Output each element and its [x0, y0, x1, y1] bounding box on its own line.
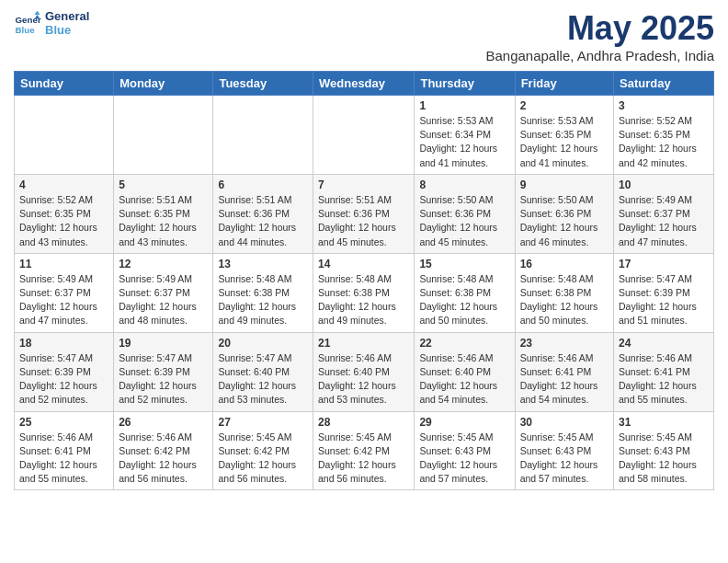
day-number: 10: [619, 178, 709, 191]
day-number: 1: [419, 99, 509, 112]
day-number: 8: [419, 178, 509, 191]
calendar-cell: 31Sunrise: 5:45 AMSunset: 6:43 PMDayligh…: [614, 411, 714, 490]
calendar-cell: 27Sunrise: 5:45 AMSunset: 6:42 PMDayligh…: [213, 411, 313, 490]
title-block: May 2025 Banganapalle, Andhra Pradesh, I…: [485, 9, 714, 63]
cell-details: Sunrise: 5:45 AMSunset: 6:43 PMDaylight:…: [619, 431, 709, 487]
calendar-cell: 5Sunrise: 5:51 AMSunset: 6:35 PMDaylight…: [114, 174, 213, 253]
logo: General Blue General Blue: [14, 9, 89, 37]
calendar-cell: 6Sunrise: 5:51 AMSunset: 6:36 PMDaylight…: [213, 174, 313, 253]
cell-details: Sunrise: 5:45 AMSunset: 6:43 PMDaylight:…: [419, 431, 509, 487]
day-number: 2: [520, 99, 609, 112]
cell-details: Sunrise: 5:51 AMSunset: 6:36 PMDaylight:…: [218, 193, 308, 249]
calendar-cell: 25Sunrise: 5:46 AMSunset: 6:41 PMDayligh…: [15, 411, 114, 490]
cell-details: Sunrise: 5:46 AMSunset: 6:41 PMDaylight:…: [619, 351, 709, 408]
day-number: 4: [19, 178, 108, 191]
calendar-cell: 28Sunrise: 5:45 AMSunset: 6:42 PMDayligh…: [313, 411, 415, 490]
cell-details: Sunrise: 5:47 AMSunset: 6:40 PMDaylight:…: [218, 351, 308, 408]
day-number: 21: [318, 337, 409, 350]
cell-details: Sunrise: 5:46 AMSunset: 6:40 PMDaylight:…: [318, 351, 409, 408]
cell-details: Sunrise: 5:47 AMSunset: 6:39 PMDaylight:…: [19, 351, 108, 408]
calendar-week-row: 4Sunrise: 5:52 AMSunset: 6:35 PMDaylight…: [15, 174, 714, 253]
cell-details: Sunrise: 5:49 AMSunset: 6:37 PMDaylight:…: [19, 272, 108, 328]
weekday-header: Wednesday: [313, 72, 415, 96]
day-number: 26: [119, 416, 208, 429]
cell-details: Sunrise: 5:51 AMSunset: 6:36 PMDaylight:…: [318, 193, 409, 249]
calendar-cell: 19Sunrise: 5:47 AMSunset: 6:39 PMDayligh…: [114, 332, 213, 411]
day-number: 15: [419, 258, 509, 270]
month-title: May 2025: [485, 9, 714, 48]
calendar-cell: 12Sunrise: 5:49 AMSunset: 6:37 PMDayligh…: [114, 253, 213, 332]
calendar-cell: 13Sunrise: 5:48 AMSunset: 6:38 PMDayligh…: [213, 253, 313, 332]
cell-details: Sunrise: 5:53 AMSunset: 6:34 PMDaylight:…: [419, 114, 509, 170]
day-number: 3: [619, 99, 709, 112]
calendar-cell: 2Sunrise: 5:53 AMSunset: 6:35 PMDaylight…: [515, 96, 613, 175]
day-number: 9: [520, 178, 609, 191]
cell-details: Sunrise: 5:45 AMSunset: 6:43 PMDaylight:…: [520, 431, 609, 487]
day-number: 27: [218, 416, 308, 429]
cell-details: Sunrise: 5:46 AMSunset: 6:42 PMDaylight:…: [119, 431, 208, 487]
cell-details: Sunrise: 5:47 AMSunset: 6:39 PMDaylight:…: [119, 351, 208, 408]
calendar-cell: 30Sunrise: 5:45 AMSunset: 6:43 PMDayligh…: [515, 411, 613, 490]
weekday-header: Tuesday: [213, 72, 313, 96]
day-number: 30: [520, 416, 609, 429]
cell-details: Sunrise: 5:50 AMSunset: 6:36 PMDaylight:…: [520, 193, 609, 249]
svg-marker-2: [35, 11, 40, 16]
calendar-cell: 7Sunrise: 5:51 AMSunset: 6:36 PMDaylight…: [313, 174, 415, 253]
location-subtitle: Banganapalle, Andhra Pradesh, India: [485, 48, 714, 63]
cell-details: Sunrise: 5:48 AMSunset: 6:38 PMDaylight:…: [318, 272, 409, 328]
calendar-cell: [213, 96, 313, 175]
cell-details: Sunrise: 5:50 AMSunset: 6:36 PMDaylight:…: [419, 193, 509, 249]
calendar-cell: 10Sunrise: 5:49 AMSunset: 6:37 PMDayligh…: [614, 174, 714, 253]
calendar-cell: 3Sunrise: 5:52 AMSunset: 6:35 PMDaylight…: [614, 96, 714, 175]
calendar-cell: [313, 96, 415, 175]
day-number: 19: [119, 337, 208, 350]
calendar-cell: 17Sunrise: 5:47 AMSunset: 6:39 PMDayligh…: [614, 253, 714, 332]
weekday-header: Monday: [114, 72, 213, 96]
calendar-cell: 11Sunrise: 5:49 AMSunset: 6:37 PMDayligh…: [15, 253, 114, 332]
svg-text:Blue: Blue: [16, 25, 36, 35]
day-number: 31: [619, 416, 709, 429]
day-number: 23: [520, 337, 609, 350]
calendar-cell: 22Sunrise: 5:46 AMSunset: 6:40 PMDayligh…: [415, 332, 515, 411]
calendar-cell: 8Sunrise: 5:50 AMSunset: 6:36 PMDaylight…: [415, 174, 515, 253]
cell-details: Sunrise: 5:45 AMSunset: 6:42 PMDaylight:…: [318, 431, 409, 487]
calendar-cell: [114, 96, 213, 175]
cell-details: Sunrise: 5:48 AMSunset: 6:38 PMDaylight:…: [520, 272, 609, 328]
weekday-header: Sunday: [15, 72, 114, 96]
calendar-cell: 20Sunrise: 5:47 AMSunset: 6:40 PMDayligh…: [213, 332, 313, 411]
calendar-cell: [15, 96, 114, 175]
calendar-cell: 29Sunrise: 5:45 AMSunset: 6:43 PMDayligh…: [415, 411, 515, 490]
day-number: 28: [318, 416, 409, 429]
day-number: 22: [419, 337, 509, 350]
cell-details: Sunrise: 5:49 AMSunset: 6:37 PMDaylight:…: [119, 272, 208, 328]
day-number: 17: [619, 258, 709, 270]
day-number: 6: [218, 178, 308, 191]
logo-icon: General Blue: [14, 9, 41, 37]
page-header: General Blue General Blue May 2025 Banga…: [14, 9, 714, 63]
calendar-week-row: 18Sunrise: 5:47 AMSunset: 6:39 PMDayligh…: [15, 332, 714, 411]
day-number: 11: [19, 258, 108, 270]
cell-details: Sunrise: 5:49 AMSunset: 6:37 PMDaylight:…: [619, 193, 709, 249]
calendar-cell: 9Sunrise: 5:50 AMSunset: 6:36 PMDaylight…: [515, 174, 613, 253]
cell-details: Sunrise: 5:48 AMSunset: 6:38 PMDaylight:…: [419, 272, 509, 328]
calendar-week-row: 1Sunrise: 5:53 AMSunset: 6:34 PMDaylight…: [15, 96, 714, 175]
calendar-table: SundayMondayTuesdayWednesdayThursdayFrid…: [14, 71, 714, 490]
calendar-cell: 26Sunrise: 5:46 AMSunset: 6:42 PMDayligh…: [114, 411, 213, 490]
calendar-cell: 1Sunrise: 5:53 AMSunset: 6:34 PMDaylight…: [415, 96, 515, 175]
day-number: 16: [520, 258, 609, 270]
weekday-header: Thursday: [415, 72, 515, 96]
day-number: 18: [19, 337, 108, 350]
day-number: 12: [119, 258, 208, 270]
cell-details: Sunrise: 5:46 AMSunset: 6:41 PMDaylight:…: [520, 351, 609, 408]
weekday-header: Saturday: [614, 72, 714, 96]
logo-line2: Blue: [45, 23, 89, 37]
cell-details: Sunrise: 5:45 AMSunset: 6:42 PMDaylight:…: [218, 431, 308, 487]
calendar-cell: 18Sunrise: 5:47 AMSunset: 6:39 PMDayligh…: [15, 332, 114, 411]
calendar-week-row: 11Sunrise: 5:49 AMSunset: 6:37 PMDayligh…: [15, 253, 714, 332]
calendar-header-row: SundayMondayTuesdayWednesdayThursdayFrid…: [15, 72, 714, 96]
calendar-cell: 24Sunrise: 5:46 AMSunset: 6:41 PMDayligh…: [614, 332, 714, 411]
cell-details: Sunrise: 5:48 AMSunset: 6:38 PMDaylight:…: [218, 272, 308, 328]
cell-details: Sunrise: 5:53 AMSunset: 6:35 PMDaylight:…: [520, 114, 609, 170]
day-number: 7: [318, 178, 409, 191]
calendar-cell: 4Sunrise: 5:52 AMSunset: 6:35 PMDaylight…: [15, 174, 114, 253]
